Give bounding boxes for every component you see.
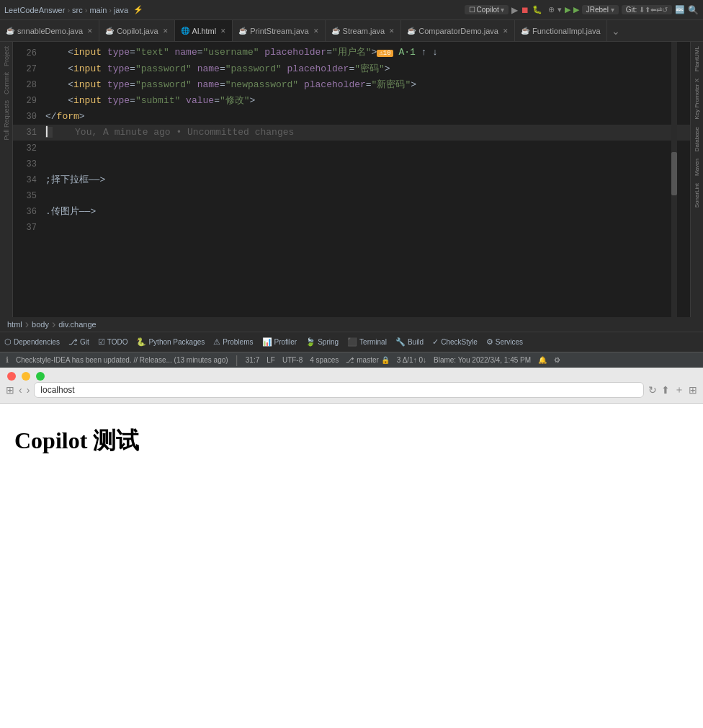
run-alt2-button[interactable]: ▶ — [573, 5, 579, 14]
scrollbar-thumb[interactable] — [671, 152, 677, 195]
terminal-icon: ⬛ — [347, 337, 357, 347]
browser-new-tab-btn[interactable]: ＋ — [674, 383, 684, 396]
tab-more-button[interactable]: ⌄ — [607, 25, 624, 37]
tool-dependencies[interactable]: ⬡ Dependencies — [4, 337, 60, 347]
run-alt-button[interactable]: ▶ — [565, 5, 570, 14]
code-line-31: 31 ▎ You, A minute ago • Uncommitted cha… — [13, 125, 690, 141]
tab-stream[interactable]: ☕ Stream.java ✕ — [326, 20, 402, 42]
plantuml-icon[interactable]: PlantUML — [694, 46, 700, 71]
blame-info: Blame: You 2022/3/4, 1:45 PM — [434, 356, 531, 364]
browser-close-btn[interactable] — [7, 372, 16, 381]
browser-back-btn[interactable]: ‹ — [19, 384, 22, 396]
tool-todo[interactable]: ☑ TODO — [98, 337, 128, 347]
lock-icon: 🔒 — [381, 356, 390, 364]
jrebel-button[interactable]: JRebel ▾ — [582, 5, 619, 14]
browser-tab-toggle[interactable]: ⊞ — [6, 384, 14, 396]
line-ending: LF — [267, 356, 275, 364]
path-bar: html › body › div.change — [0, 317, 703, 332]
ide-section: LeetCodeAnswer › src › main › java ⚡ ☐ C… — [0, 0, 703, 368]
tab-close-icon[interactable]: ✕ — [87, 27, 93, 35]
tool-services[interactable]: ⚙ Services — [486, 337, 523, 347]
code-line-34: 34 ;择下拉框——> — [13, 172, 690, 188]
git-branch: ⎇ master 🔒 — [346, 356, 390, 364]
sonarlint-icon[interactable]: SonarLint — [694, 183, 700, 208]
code-line-30: 30 </form> — [13, 109, 690, 125]
maven-icon[interactable]: Maven — [694, 159, 700, 176]
browser-share-btn[interactable]: ⬆ — [661, 384, 670, 396]
code-line-36: 36 .传图片——> — [13, 204, 690, 220]
stop-button[interactable]: ⏹ — [521, 5, 529, 15]
database-icon[interactable]: Database — [694, 127, 700, 151]
tab-functional[interactable]: ☕ FunctionalImpl.java — [515, 20, 607, 42]
build-icon: 🔧 — [395, 337, 406, 347]
browser-chrome: ⊞ ‹ › localhost ↻ ⬆ ＋ ⊞ — [0, 368, 703, 404]
code-line-35: 35 — [13, 188, 690, 204]
tab-close-icon[interactable]: ✕ — [220, 27, 226, 35]
code-line-29: 29 <input type="submit" value="修改"> — [13, 93, 690, 109]
tab-close-icon[interactable]: ✕ — [163, 27, 169, 35]
tab-copilot[interactable]: ☕ Copilot.java ✕ — [99, 20, 174, 42]
tab-al-html[interactable]: 🌐 Al.html ✕ — [175, 20, 233, 42]
encoding: UTF-8 — [282, 356, 303, 364]
sidebar-left: Project Commit Pull Requests — [0, 42, 13, 317]
sidebar-right: PlantUML Key Promoter X Database Maven S… — [690, 42, 703, 317]
commit-icon[interactable]: Commit — [3, 72, 10, 94]
profile-button[interactable]: ▾ — [558, 5, 562, 14]
search-button[interactable]: 🔍 — [688, 5, 699, 15]
services-icon: ⚙ — [486, 337, 493, 347]
tool-python-packages[interactable]: 🐍 Python Packages — [136, 337, 205, 347]
browser-content: Copilot 测试 — [0, 404, 703, 728]
project-icon[interactable]: Project — [3, 46, 10, 66]
status-bar: ℹ Checkstyle-IDEA has been updated. // R… — [0, 352, 703, 368]
status-icon: ℹ — [6, 355, 9, 365]
coverage-button[interactable]: ⊕ — [548, 5, 555, 14]
browser-reload-btn[interactable]: ↻ — [648, 384, 657, 396]
pull-requests-icon[interactable]: Pull Requests — [3, 100, 10, 141]
java-icon: ☕ — [331, 27, 340, 35]
tool-checkstyle[interactable]: ✓ CheckStyle — [432, 337, 478, 347]
run-button[interactable]: ▶ — [511, 5, 518, 15]
code-line-28: 28 <input type="password" name="newpassw… — [13, 77, 690, 93]
profiler-icon: 📊 — [262, 337, 272, 347]
git-button[interactable]: Git: ⬇⬆⬅⇄↺ — [622, 5, 672, 14]
tool-spring[interactable]: 🍃 Spring — [305, 337, 339, 347]
tab-printstream[interactable]: ☕ PrintStream.java ✕ — [233, 20, 325, 42]
code-pane[interactable]: 26 <input type="text" name="username" pl… — [13, 42, 690, 317]
debug-button[interactable]: 🐛 — [532, 5, 542, 14]
java-icon: ☕ — [6, 27, 14, 35]
tool-problems[interactable]: ⚠ Problems — [213, 337, 253, 347]
browser-url-bar[interactable]: localhost — [34, 382, 644, 398]
spring-icon: 🍃 — [305, 337, 315, 347]
change-count: 3 Δ/1↑ 0↓ — [397, 356, 426, 364]
code-line-32: 32 — [13, 141, 690, 156]
browser-maximize-btn[interactable] — [36, 372, 45, 381]
code-line-33: 33 — [13, 156, 690, 172]
tool-profiler[interactable]: 📊 Profiler — [262, 337, 297, 347]
translate-button[interactable]: 🔤 — [675, 5, 685, 14]
top-bar-controls: ☐ Copilot ▾ ▶ ⏹ 🐛 ⊕ ▾ ▶ ▶ JRebel ▾ Git: … — [465, 5, 699, 15]
tab-snnable[interactable]: ☕ snnableDemo.java ✕ — [0, 20, 99, 42]
browser-menu-btn[interactable]: ⊞ — [689, 384, 697, 396]
browser-url-text: localhost — [40, 385, 74, 395]
bottom-toolbar: ⬡ Dependencies ⎇ Git ☑ TODO 🐍 Python Pac… — [0, 332, 703, 352]
tab-close-icon[interactable]: ✕ — [313, 27, 319, 35]
tool-build[interactable]: 🔧 Build — [395, 337, 424, 347]
branch-icon: ⎇ — [346, 356, 354, 364]
java-icon: ☕ — [105, 27, 114, 35]
editor-area: Project Commit Pull Requests 26 <input t… — [0, 42, 703, 317]
copilot-button[interactable]: ☐ Copilot ▾ — [465, 5, 509, 14]
browser-minimize-btn[interactable] — [22, 372, 30, 381]
code-line-27: 27 <input type="password" name="password… — [13, 61, 690, 77]
tab-close-icon[interactable]: ✕ — [503, 27, 509, 35]
tab-close-icon[interactable]: ✕ — [389, 27, 395, 35]
tool-terminal[interactable]: ⬛ Terminal — [347, 337, 387, 347]
key-promoter-icon[interactable]: Key Promoter X — [694, 79, 700, 119]
browser-forward-btn[interactable]: › — [27, 384, 30, 396]
settings-icon[interactable]: ⚙ — [554, 356, 560, 364]
code-line-37: 37 — [13, 220, 690, 236]
tool-git[interactable]: ⎇ Git — [68, 337, 89, 347]
browser-actions: ⬆ ＋ ⊞ — [661, 383, 697, 396]
tab-comparator[interactable]: ☕ ComparatorDemo.java ✕ — [401, 20, 515, 42]
scrollbar-track[interactable] — [671, 42, 677, 317]
checkstyle-icon: ✓ — [432, 337, 439, 347]
